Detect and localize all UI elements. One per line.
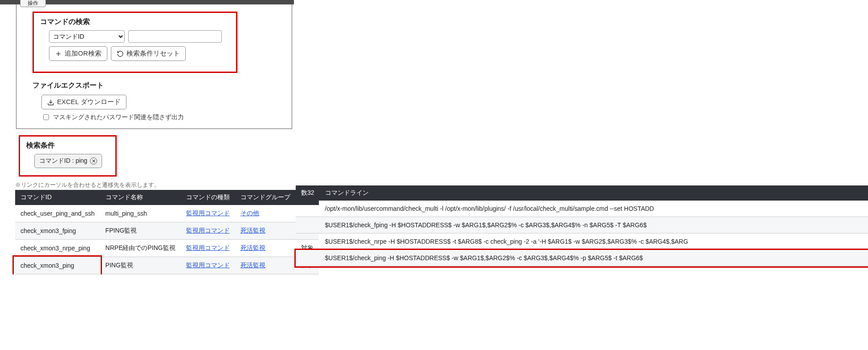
cell-command-type: 監視用コマンド	[181, 222, 235, 240]
add-or-search-button[interactable]: 追加OR検索	[49, 46, 107, 61]
plus-icon	[55, 50, 62, 57]
command-search-box: コマンドの検索 コマンドID 追加OR検索 検索条件リセット	[33, 12, 237, 73]
col-command-name: コマンド名称	[100, 190, 181, 205]
cell-command-id: check_xmon3_nrpe_ping	[15, 240, 100, 257]
cell-command-line: /opt/x-mon/lib/usercommand/check_multi -…	[320, 201, 868, 217]
command-type-link[interactable]: 監視用コマンド	[186, 209, 230, 217]
search-condition-chip[interactable]: コマンドID : ping ✕	[34, 154, 102, 168]
link-hint-text: ※リンクにカーソルを合わせると遷移先を表示します。	[15, 181, 294, 189]
cell-arg32	[296, 217, 320, 233]
right-table-wrapper: 数32 コマンドライン /opt/x-mon/lib/usercommand/c…	[296, 185, 868, 266]
cell-command-id: check_xmon3_ping	[15, 257, 100, 274]
cell-command-type: 監視用コマンド	[181, 205, 235, 222]
table-row: /opt/x-mon/lib/usercommand/check_multi -…	[296, 201, 868, 217]
excel-download-button[interactable]: EXCEL ダウンロード	[41, 95, 126, 109]
col-arg32: 数32	[296, 185, 320, 201]
command-type-link[interactable]: 監視用コマンド	[186, 244, 230, 251]
command-group-link[interactable]: 死活監視	[240, 244, 265, 251]
cell-command-name: PING監視	[100, 257, 181, 274]
cell-arg32	[296, 250, 320, 266]
cell-command-line: $USER1$/check_ping -H $HOSTADDRESS$ -w $…	[320, 250, 868, 266]
cell-arg32	[296, 201, 320, 217]
cell-command-name: multi_ping_ssh	[100, 205, 181, 222]
control-panel: コマンドの検索 コマンドID 追加OR検索 検索条件リセット	[16, 3, 292, 129]
cell-command-id: check_xmon3_fping	[15, 222, 100, 240]
command-group-link[interactable]: 死活監視	[240, 227, 265, 234]
table-row: $USER1$/check_nrpe -H $HOSTADDRESS$ -t $…	[296, 233, 868, 250]
file-export-section: ファイルエクスポート EXCEL ダウンロード マスキングされたパスワード関連を…	[33, 81, 283, 121]
cell-command-id: check_user_ping_and_ssh	[15, 205, 100, 222]
table-row: $USER1$/check_fping -H $HOSTADDRESS$ -w …	[296, 217, 868, 233]
file-export-title: ファイルエクスポート	[33, 81, 283, 90]
search-condition-chip-label: コマンドID : ping	[39, 157, 87, 165]
table-row: check_xmon3_pingPING監視監視用コマンド死活監視ラウ	[15, 257, 319, 274]
cell-command-group: 死活監視	[235, 222, 296, 240]
commands-table-right: 数32 コマンドライン /opt/x-mon/lib/usercommand/c…	[296, 185, 868, 266]
search-conditions-box: 検索条件 コマンドID : ping ✕	[19, 135, 117, 177]
search-conditions-title: 検索条件	[26, 141, 109, 150]
command-group-link[interactable]: その他	[240, 209, 259, 217]
cell-command-type: 監視用コマンド	[181, 257, 235, 274]
cell-command-line: $USER1$/check_fping -H $HOSTADDRESS$ -w …	[320, 217, 868, 233]
col-command-type: コマンドの種類	[181, 190, 235, 205]
excel-download-label: EXCEL ダウンロード	[57, 98, 121, 106]
col-command-group: コマンドグループ	[235, 190, 296, 205]
reset-icon	[117, 50, 124, 57]
add-or-search-label: 追加OR検索	[65, 49, 102, 58]
col-command-id: コマンドID	[15, 190, 100, 205]
command-type-link[interactable]: 監視用コマンド	[186, 261, 230, 269]
mask-password-checkbox[interactable]	[43, 114, 49, 120]
cell-arg32	[296, 233, 320, 250]
reset-search-button[interactable]: 検索条件リセット	[111, 46, 186, 61]
search-field-select[interactable]: コマンドID	[49, 30, 125, 43]
table-row: check_xmon3_fpingFPING監視監視用コマンド死活監視ラウ	[15, 222, 319, 240]
command-group-link[interactable]: 死活監視	[240, 261, 265, 269]
table-row: check_xmon3_nrpe_pingNRPE経由でのPING監視監視用コマ…	[15, 240, 319, 257]
cell-command-group: その他	[235, 205, 296, 222]
mask-password-label: マスキングされたパスワード関連を隠さず出力	[53, 113, 184, 121]
commands-table-left: コマンドID コマンド名称 コマンドの種類 コマンドグループ 引数 check_…	[15, 190, 319, 274]
cell-command-name: NRPE経由でのPING監視	[100, 240, 181, 257]
download-icon	[47, 99, 54, 106]
close-icon[interactable]: ✕	[90, 157, 97, 165]
search-value-input[interactable]	[128, 30, 222, 43]
command-search-title: コマンドの検索	[40, 17, 230, 27]
table-row: check_user_ping_and_sshmulti_ping_ssh監視用…	[15, 205, 319, 222]
cell-command-type: 監視用コマンド	[181, 240, 235, 257]
cell-command-line: $USER1$/check_nrpe -H $HOSTADDRESS$ -t $…	[320, 233, 868, 250]
table-row: $USER1$/check_ping -H $HOSTADDRESS$ -w $…	[296, 250, 868, 266]
cell-command-group: 死活監視	[235, 240, 296, 257]
col-command-line: コマンドライン	[320, 185, 868, 201]
cell-command-group: 死活監視	[235, 257, 296, 274]
command-type-link[interactable]: 監視用コマンド	[186, 227, 230, 234]
reset-search-label: 検索条件リセット	[126, 49, 180, 58]
left-table-wrapper: コマンドID コマンド名称 コマンドの種類 コマンドグループ 引数 check_…	[0, 190, 294, 274]
cell-command-name: FPING監視	[100, 222, 181, 240]
